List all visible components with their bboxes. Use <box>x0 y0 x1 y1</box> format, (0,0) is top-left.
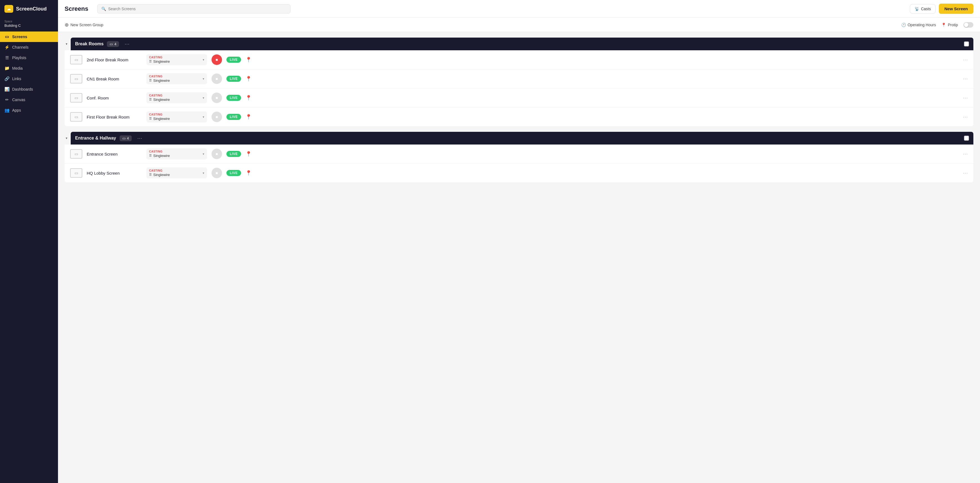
sidebar-label-apps: Apps <box>12 108 21 112</box>
screen-thumbnail: ▭ <box>70 149 82 159</box>
casting-source: ⠿ Singlewire <box>149 154 200 158</box>
group-more-entrance-hallway[interactable]: ⋯ <box>135 135 145 142</box>
row-more-button[interactable]: ⋯ <box>963 57 968 63</box>
table-row: ▭ Entrance Screen CASTING ⠿ Singlewire ▾… <box>65 145 974 164</box>
stop-icon: ■ <box>216 77 218 81</box>
header-actions: 📡 Casts New Screen <box>910 3 974 14</box>
row-more-button[interactable]: ⋯ <box>963 151 968 157</box>
sidebar-space: Space Building C <box>0 18 58 32</box>
screen-name: 2nd Floor Break Room <box>87 57 142 62</box>
casting-label: CASTING <box>149 75 200 78</box>
group-checkbox-break-rooms[interactable] <box>964 41 969 46</box>
table-row: ▭ HQ Lobby Screen CASTING ⠿ Singlewire ▾… <box>65 164 974 182</box>
cast-stop-button[interactable]: ■ <box>212 149 222 159</box>
group-checkbox-entrance-hallway[interactable] <box>964 135 969 141</box>
casting-label: CASTING <box>149 56 200 59</box>
new-screen-button[interactable]: New Screen <box>939 3 974 14</box>
pin-icon: 📍 <box>941 23 946 27</box>
group-more-break-rooms[interactable]: ⋯ <box>123 40 132 48</box>
chevron-down-icon: ▾ <box>203 152 204 156</box>
location-icon: 📍 <box>245 114 251 120</box>
operating-hours-button[interactable]: 🕐 Operating Hours <box>901 23 936 27</box>
group-count-break-rooms: ▭ 4 <box>107 41 119 47</box>
cast-stop-button[interactable]: ■ <box>212 112 222 122</box>
casts-label: Casts <box>921 6 931 11</box>
cast-stop-button[interactable]: ■ <box>212 54 222 65</box>
sidebar-logo: ☁ ScreenCloud <box>0 0 58 18</box>
screen-thumb-icon: ▭ <box>75 77 78 81</box>
table-row: ▭ First Floor Break Room CASTING ⠿ Singl… <box>65 107 974 126</box>
group-titlebar-entrance-hallway: Entrance & Hallway ▭ 4 ⋯ <box>71 132 974 145</box>
casts-button[interactable]: 📡 Casts <box>910 4 935 14</box>
search-icon: 🔍 <box>101 6 106 11</box>
sidebar-item-links[interactable]: 🔗 Links <box>0 73 58 84</box>
sidebar-item-channels[interactable]: ⚡ Channels <box>0 42 58 53</box>
playlists-icon: ☰ <box>5 55 10 60</box>
sidebar-item-media[interactable]: 📁 Media <box>0 63 58 73</box>
screen-thumb-icon: ▭ <box>75 96 78 100</box>
casting-widget[interactable]: CASTING ⠿ Singlewire ▾ <box>146 54 207 65</box>
location-icon: 📍 <box>245 57 251 63</box>
row-more-button[interactable]: ⋯ <box>963 114 968 120</box>
screen-name: HQ Lobby Screen <box>87 171 142 175</box>
screen-thumbnail: ▭ <box>70 55 82 64</box>
logo-icon: ☁ <box>5 5 13 13</box>
plus-icon: ⊕ <box>65 22 69 28</box>
sidebar-label-dashboards: Dashboards <box>12 87 33 91</box>
chevron-down-icon: ▾ <box>203 77 204 81</box>
sidebar: ☁ ScreenCloud Space Building C ▭ Screens… <box>0 0 58 483</box>
casting-widget[interactable]: CASTING ⠿ Singlewire ▾ <box>146 92 207 104</box>
new-screen-group-button[interactable]: ⊕ New Screen Group <box>65 20 103 30</box>
stop-icon: ■ <box>216 152 218 156</box>
cast-dots-icon: ⠿ <box>149 173 152 177</box>
dashboards-icon: 📊 <box>5 87 10 92</box>
sidebar-item-canvas[interactable]: ✏ Canvas <box>0 94 58 105</box>
monitor-icon: ▭ <box>123 136 126 140</box>
sidebar-item-dashboards[interactable]: 📊 Dashboards <box>0 84 58 94</box>
collapse-entrance-hallway-button[interactable]: ▾ <box>65 135 68 141</box>
location-icon: 📍 <box>245 95 251 101</box>
cast-stop-button[interactable]: ■ <box>212 73 222 84</box>
sidebar-item-playlists[interactable]: ☰ Playlists <box>0 53 58 63</box>
protip-button[interactable]: 📍 Protip <box>941 23 958 27</box>
group-name-break-rooms: Break Rooms <box>75 41 103 46</box>
cast-stop-button[interactable]: ■ <box>212 168 222 178</box>
cast-stop-button[interactable]: ■ <box>212 92 222 103</box>
live-badge: LIVE <box>226 114 241 120</box>
view-toggle[interactable] <box>963 22 974 28</box>
casting-source: ⠿ Singlewire <box>149 97 200 102</box>
casting-source: ⠿ Singlewire <box>149 173 200 177</box>
cast-dots-icon: ⠿ <box>149 154 152 158</box>
casting-widget[interactable]: CASTING ⠿ Singlewire ▾ <box>146 167 207 179</box>
chevron-down-icon: ▾ <box>203 171 204 175</box>
row-more-button[interactable]: ⋯ <box>963 95 968 101</box>
screen-name: Entrance Screen <box>87 152 142 156</box>
channels-icon: ⚡ <box>5 45 10 50</box>
apps-icon: 👥 <box>5 108 10 113</box>
stop-icon: ■ <box>216 57 218 62</box>
casting-widget[interactable]: CASTING ⠿ Singlewire ▾ <box>146 73 207 84</box>
sidebar-item-screens[interactable]: ▭ Screens <box>0 32 58 42</box>
toolbar: ⊕ New Screen Group 🕐 Operating Hours 📍 P… <box>58 18 980 32</box>
casting-widget[interactable]: CASTING ⠿ Singlewire ▾ <box>146 148 207 159</box>
screen-thumb-icon: ▭ <box>75 152 78 156</box>
screen-thumb-icon: ▭ <box>75 171 78 175</box>
casting-widget[interactable]: CASTING ⠿ Singlewire ▾ <box>146 112 207 123</box>
search-bar: 🔍 <box>97 4 291 14</box>
row-more-button[interactable]: ⋯ <box>963 76 968 82</box>
main-area: Screens 🔍 📡 Casts New Screen ⊕ New Scree… <box>58 0 980 483</box>
table-row: ▭ Conf. Room CASTING ⠿ Singlewire ▾ ■ LI… <box>65 88 974 107</box>
group-count-entrance-hallway: ▭ 4 <box>119 135 132 141</box>
screen-thumbnail: ▭ <box>70 168 82 178</box>
row-more-button[interactable]: ⋯ <box>963 170 968 176</box>
live-badge: LIVE <box>226 57 241 63</box>
casting-source: ⠿ Singlewire <box>149 59 200 64</box>
location-icon: 📍 <box>245 151 251 157</box>
operating-hours-label: Operating Hours <box>908 23 936 27</box>
sidebar-item-apps[interactable]: 👥 Apps <box>0 105 58 115</box>
links-icon: 🔗 <box>5 76 10 81</box>
space-label: Space <box>5 20 54 23</box>
collapse-break-rooms-button[interactable]: ▾ <box>65 41 68 47</box>
search-input[interactable] <box>108 6 286 11</box>
group-break-rooms: ▾ Break Rooms ▭ 4 ⋯ ▭ 2nd Floor Break Ro… <box>65 38 974 126</box>
